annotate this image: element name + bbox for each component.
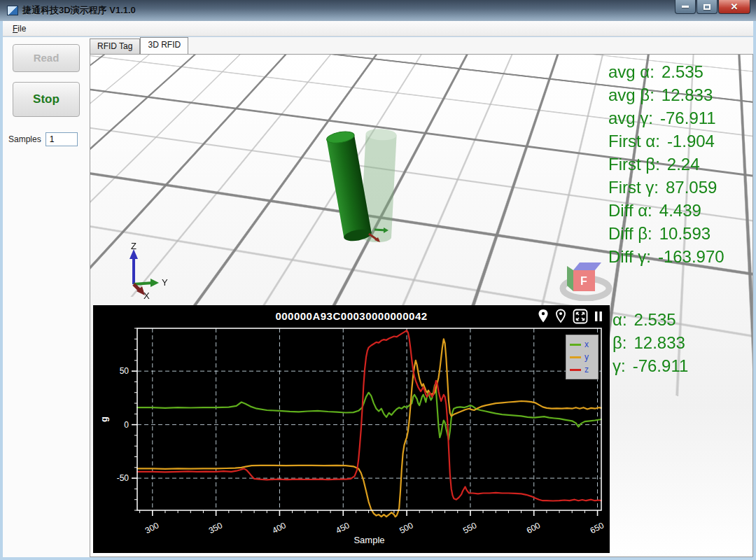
tab-bar: RFID Tag 3D RFID xyxy=(90,37,188,54)
stat-first-gamma: First γ:87.059 xyxy=(608,176,752,199)
minimize-button[interactable] xyxy=(675,0,696,14)
samples-label: Samples xyxy=(8,134,41,144)
legend-item-z: z xyxy=(570,363,594,376)
svg-text:500: 500 xyxy=(398,520,415,536)
legend-swatch-z xyxy=(570,369,581,371)
svg-text:300: 300 xyxy=(144,520,161,536)
app-window: 捷通科技3D演示程序 V1.1.0 ✕ File Read Stop Sampl… xyxy=(0,0,756,560)
stat-diff-alpha: Diff α:4.439 xyxy=(608,199,752,222)
stat-first-beta: First β:2.24 xyxy=(608,153,752,176)
stat-avg-beta: avg β:12.833 xyxy=(608,83,752,106)
axis-triad: Z Y X xyxy=(107,241,170,300)
angle-gamma: γ:-76.911 xyxy=(612,354,688,377)
main-area: RFID Tag 3D RFID xyxy=(90,37,753,557)
stop-button[interactable]: Stop xyxy=(13,82,80,117)
left-panel: Read Stop Samples xyxy=(3,37,90,557)
angle-overlay: α:2.535 β:12.833 γ:-76.911 xyxy=(612,308,688,377)
tag-cylinder-3d xyxy=(307,119,426,252)
legend-swatch-y xyxy=(570,356,581,358)
axis-x-label: X xyxy=(144,290,150,300)
pin-outline-icon[interactable] xyxy=(555,309,566,324)
app-icon xyxy=(7,6,18,15)
legend-swatch-x xyxy=(570,344,581,346)
svg-text:0: 0 xyxy=(124,420,129,430)
read-button[interactable]: Read xyxy=(13,44,80,72)
maximize-icon xyxy=(704,4,710,10)
stat-first-alpha: First α:-1.904 xyxy=(608,130,752,153)
angle-alpha: α:2.535 xyxy=(612,308,688,331)
stat-diff-gamma: Diff γ:-163.970 xyxy=(608,245,752,268)
title-bar[interactable]: 捷通科技3D演示程序 V1.1.0 ✕ xyxy=(0,0,756,21)
svg-text:50: 50 xyxy=(120,366,130,376)
menu-bar: File xyxy=(3,21,753,36)
angle-beta: β:12.833 xyxy=(612,331,688,354)
maximize-button[interactable] xyxy=(696,0,718,14)
cube-front-letter: F xyxy=(580,275,587,287)
rfid-tag-cube: F xyxy=(556,256,615,301)
svg-text:Sample: Sample xyxy=(354,535,384,545)
line-chart[interactable]: 300350400450500550600650500-50gSample xyxy=(93,305,610,553)
legend-item-y: y xyxy=(570,351,594,363)
stat-avg-alpha: avg α:2.535 xyxy=(608,60,752,83)
cube-top-face xyxy=(573,262,601,270)
svg-text:550: 550 xyxy=(461,520,479,536)
workspace: Read Stop Samples RFID Tag 3D RFID xyxy=(3,37,753,557)
close-icon: ✕ xyxy=(731,2,738,11)
telemetry-chart-panel: 000000A93C00030000000042 xyxy=(93,305,610,553)
cube-left-face xyxy=(567,266,573,291)
pin-filled-icon[interactable] xyxy=(538,309,549,324)
svg-text:600: 600 xyxy=(525,520,542,536)
3d-viewport[interactable]: Z Y X F avg α:2.535 avg β:12.833 avg γ:- xyxy=(90,54,753,557)
minimize-icon xyxy=(682,6,689,8)
window-title: 捷通科技3D演示程序 V1.1.0 xyxy=(22,4,136,17)
chart-legend: x y z xyxy=(566,335,598,379)
svg-text:400: 400 xyxy=(271,520,288,536)
legend-item-x: x xyxy=(570,338,594,351)
close-button[interactable]: ✕ xyxy=(718,0,750,14)
statistics-overlay: avg α:2.535 avg β:12.833 avg γ:-76.911 F… xyxy=(608,60,752,268)
svg-text:g: g xyxy=(99,416,109,422)
chart-toolbar xyxy=(538,309,603,324)
svg-text:450: 450 xyxy=(334,520,351,536)
axis-z-label: Z xyxy=(131,241,136,251)
svg-text:-50: -50 xyxy=(117,473,130,483)
svg-text:350: 350 xyxy=(207,520,225,536)
tab-3d-rfid[interactable]: 3D RFID xyxy=(140,37,188,54)
tab-rfid-tag[interactable]: RFID Tag xyxy=(90,38,140,54)
menu-file[interactable]: File xyxy=(8,22,30,35)
samples-input[interactable] xyxy=(46,132,78,146)
fullscreen-icon[interactable] xyxy=(573,309,588,324)
stat-avg-gamma: avg γ:-76.911 xyxy=(608,106,752,130)
pause-icon[interactable] xyxy=(594,311,603,322)
svg-text:650: 650 xyxy=(589,520,606,536)
axis-y-label: Y xyxy=(162,277,168,288)
stat-diff-beta: Diff β:10.593 xyxy=(608,222,752,245)
